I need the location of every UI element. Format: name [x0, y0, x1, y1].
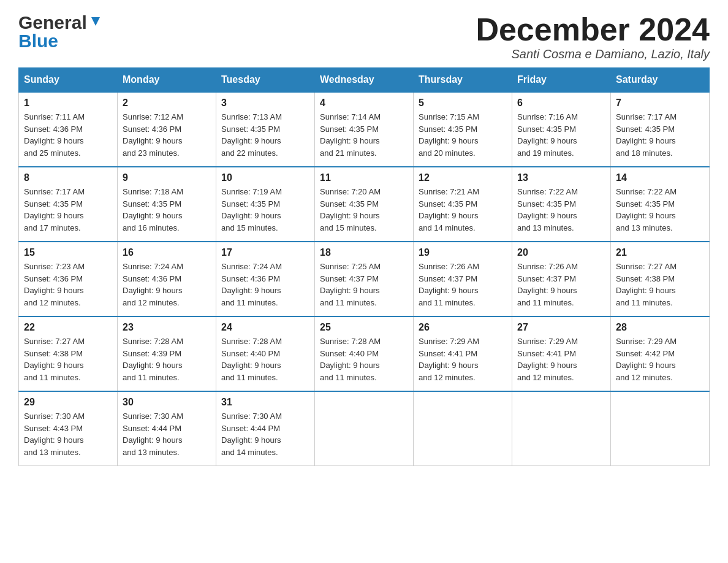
day-header-friday: Friday	[512, 68, 611, 93]
day-number: 23	[123, 322, 211, 333]
day-info: Sunrise: 7:13 AM Sunset: 4:35 PM Dayligh…	[221, 111, 309, 159]
day-number: 14	[616, 172, 704, 183]
day-info: Sunrise: 7:20 AM Sunset: 4:35 PM Dayligh…	[320, 186, 408, 234]
day-info: Sunrise: 7:24 AM Sunset: 4:36 PM Dayligh…	[123, 261, 211, 308]
calendar-cell: 4 Sunrise: 7:14 AM Sunset: 4:35 PM Dayli…	[315, 92, 414, 167]
day-number: 8	[24, 172, 112, 183]
day-info: Sunrise: 7:16 AM Sunset: 4:35 PM Dayligh…	[517, 111, 605, 159]
day-info: Sunrise: 7:29 AM Sunset: 4:41 PM Dayligh…	[419, 335, 507, 383]
day-number: 31	[221, 397, 309, 408]
day-number: 1	[24, 98, 112, 109]
day-info: Sunrise: 7:29 AM Sunset: 4:42 PM Dayligh…	[616, 335, 704, 383]
calendar-table: SundayMondayTuesdayWednesdayThursdayFrid…	[18, 67, 710, 466]
calendar-cell: 5 Sunrise: 7:15 AM Sunset: 4:35 PM Dayli…	[414, 92, 512, 167]
day-number: 22	[24, 322, 112, 333]
calendar-cell: 18 Sunrise: 7:25 AM Sunset: 4:37 PM Dayl…	[315, 242, 414, 316]
calendar-cell: 8 Sunrise: 7:17 AM Sunset: 4:35 PM Dayli…	[19, 167, 118, 242]
calendar-header-row: SundayMondayTuesdayWednesdayThursdayFrid…	[19, 68, 710, 93]
calendar-cell: 30 Sunrise: 7:30 AM Sunset: 4:44 PM Dayl…	[118, 391, 216, 466]
day-info: Sunrise: 7:30 AM Sunset: 4:44 PM Dayligh…	[123, 410, 211, 458]
day-header-thursday: Thursday	[414, 68, 512, 93]
calendar-cell	[611, 391, 710, 466]
day-number: 17	[221, 247, 309, 258]
calendar-cell	[315, 391, 414, 466]
day-number: 10	[221, 172, 309, 183]
day-info: Sunrise: 7:22 AM Sunset: 4:35 PM Dayligh…	[517, 186, 605, 234]
calendar-cell: 2 Sunrise: 7:12 AM Sunset: 4:36 PM Dayli…	[118, 92, 216, 167]
page-header: General Blue December 2024 Santi Cosma e…	[18, 12, 710, 61]
calendar-cell: 27 Sunrise: 7:29 AM Sunset: 4:41 PM Dayl…	[512, 316, 611, 391]
logo-general-text: General	[18, 12, 87, 33]
calendar-cell: 15 Sunrise: 7:23 AM Sunset: 4:36 PM Dayl…	[19, 242, 118, 316]
calendar-cell: 9 Sunrise: 7:18 AM Sunset: 4:35 PM Dayli…	[118, 167, 216, 242]
calendar-cell	[512, 391, 611, 466]
day-number: 7	[616, 98, 704, 109]
day-number: 29	[24, 397, 112, 408]
day-info: Sunrise: 7:28 AM Sunset: 4:39 PM Dayligh…	[123, 335, 211, 383]
day-number: 6	[517, 98, 605, 109]
day-number: 26	[419, 322, 507, 333]
day-info: Sunrise: 7:18 AM Sunset: 4:35 PM Dayligh…	[123, 186, 211, 234]
calendar-cell: 21 Sunrise: 7:27 AM Sunset: 4:38 PM Dayl…	[611, 242, 710, 316]
calendar-cell: 1 Sunrise: 7:11 AM Sunset: 4:36 PM Dayli…	[19, 92, 118, 167]
calendar-week-row: 8 Sunrise: 7:17 AM Sunset: 4:35 PM Dayli…	[19, 167, 710, 242]
day-header-sunday: Sunday	[19, 68, 118, 93]
day-info: Sunrise: 7:22 AM Sunset: 4:35 PM Dayligh…	[616, 186, 704, 234]
day-number: 4	[320, 98, 408, 109]
calendar-cell: 28 Sunrise: 7:29 AM Sunset: 4:42 PM Dayl…	[611, 316, 710, 391]
day-number: 9	[123, 172, 211, 183]
day-number: 11	[320, 172, 408, 183]
calendar-cell: 26 Sunrise: 7:29 AM Sunset: 4:41 PM Dayl…	[414, 316, 512, 391]
logo: General Blue	[18, 12, 102, 52]
calendar-cell: 7 Sunrise: 7:17 AM Sunset: 4:35 PM Dayli…	[611, 92, 710, 167]
calendar-week-row: 22 Sunrise: 7:27 AM Sunset: 4:38 PM Dayl…	[19, 316, 710, 391]
day-number: 16	[123, 247, 211, 258]
day-header-tuesday: Tuesday	[216, 68, 315, 93]
day-header-wednesday: Wednesday	[315, 68, 414, 93]
day-number: 20	[517, 247, 605, 258]
logo-arrow-icon	[89, 15, 102, 31]
day-number: 13	[517, 172, 605, 183]
calendar-cell: 12 Sunrise: 7:21 AM Sunset: 4:35 PM Dayl…	[414, 167, 512, 242]
svg-marker-0	[91, 17, 100, 26]
calendar-week-row: 1 Sunrise: 7:11 AM Sunset: 4:36 PM Dayli…	[19, 92, 710, 167]
calendar-cell: 6 Sunrise: 7:16 AM Sunset: 4:35 PM Dayli…	[512, 92, 611, 167]
day-info: Sunrise: 7:26 AM Sunset: 4:37 PM Dayligh…	[517, 261, 605, 308]
calendar-cell: 24 Sunrise: 7:28 AM Sunset: 4:40 PM Dayl…	[216, 316, 315, 391]
calendar-cell: 16 Sunrise: 7:24 AM Sunset: 4:36 PM Dayl…	[118, 242, 216, 316]
day-number: 19	[419, 247, 507, 258]
calendar-title: December 2024	[476, 12, 710, 47]
day-info: Sunrise: 7:23 AM Sunset: 4:36 PM Dayligh…	[24, 261, 112, 308]
day-number: 3	[221, 98, 309, 109]
logo-blue-text: Blue	[18, 31, 58, 52]
day-number: 12	[419, 172, 507, 183]
day-number: 28	[616, 322, 704, 333]
calendar-cell: 23 Sunrise: 7:28 AM Sunset: 4:39 PM Dayl…	[118, 316, 216, 391]
day-info: Sunrise: 7:17 AM Sunset: 4:35 PM Dayligh…	[24, 186, 112, 234]
title-block: December 2024 Santi Cosma e Damiano, Laz…	[476, 12, 710, 61]
day-number: 27	[517, 322, 605, 333]
day-info: Sunrise: 7:28 AM Sunset: 4:40 PM Dayligh…	[221, 335, 309, 383]
day-info: Sunrise: 7:30 AM Sunset: 4:43 PM Dayligh…	[24, 410, 112, 458]
day-info: Sunrise: 7:14 AM Sunset: 4:35 PM Dayligh…	[320, 111, 408, 159]
calendar-cell: 3 Sunrise: 7:13 AM Sunset: 4:35 PM Dayli…	[216, 92, 315, 167]
day-number: 25	[320, 322, 408, 333]
calendar-cell: 19 Sunrise: 7:26 AM Sunset: 4:37 PM Dayl…	[414, 242, 512, 316]
day-number: 2	[123, 98, 211, 109]
calendar-cell: 20 Sunrise: 7:26 AM Sunset: 4:37 PM Dayl…	[512, 242, 611, 316]
day-info: Sunrise: 7:29 AM Sunset: 4:41 PM Dayligh…	[517, 335, 605, 383]
day-number: 15	[24, 247, 112, 258]
day-info: Sunrise: 7:25 AM Sunset: 4:37 PM Dayligh…	[320, 261, 408, 308]
day-info: Sunrise: 7:15 AM Sunset: 4:35 PM Dayligh…	[419, 111, 507, 159]
day-info: Sunrise: 7:28 AM Sunset: 4:40 PM Dayligh…	[320, 335, 408, 383]
calendar-subtitle: Santi Cosma e Damiano, Lazio, Italy	[476, 47, 710, 61]
day-info: Sunrise: 7:26 AM Sunset: 4:37 PM Dayligh…	[419, 261, 507, 308]
day-number: 21	[616, 247, 704, 258]
calendar-cell	[414, 391, 512, 466]
day-number: 5	[419, 98, 507, 109]
calendar-cell: 11 Sunrise: 7:20 AM Sunset: 4:35 PM Dayl…	[315, 167, 414, 242]
calendar-cell: 29 Sunrise: 7:30 AM Sunset: 4:43 PM Dayl…	[19, 391, 118, 466]
calendar-week-row: 15 Sunrise: 7:23 AM Sunset: 4:36 PM Dayl…	[19, 242, 710, 316]
calendar-cell: 10 Sunrise: 7:19 AM Sunset: 4:35 PM Dayl…	[216, 167, 315, 242]
day-info: Sunrise: 7:12 AM Sunset: 4:36 PM Dayligh…	[123, 111, 211, 159]
